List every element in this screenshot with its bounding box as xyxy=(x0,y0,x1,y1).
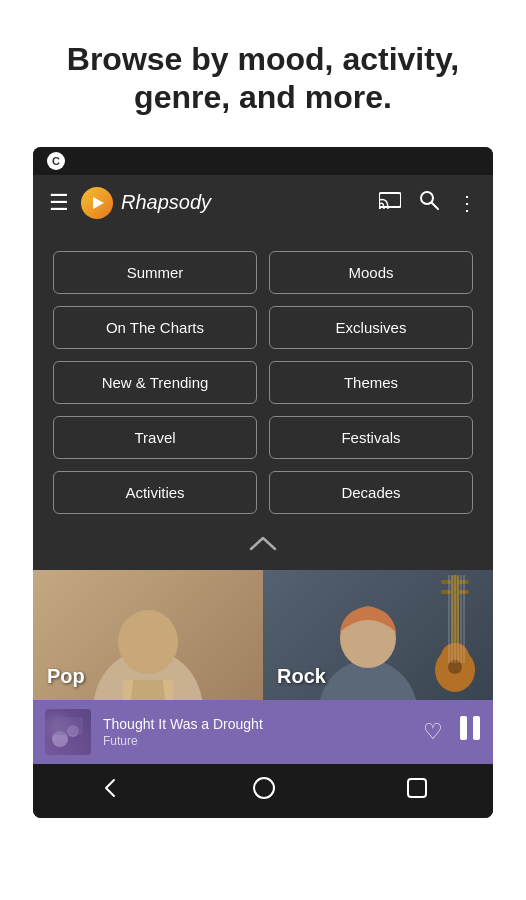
app-name: Rhapsody xyxy=(121,191,211,214)
menu-icon[interactable]: ☰ xyxy=(49,190,69,216)
browse-row-3: New & Trending Themes xyxy=(53,361,473,404)
browse-row-4: Travel Festivals xyxy=(53,416,473,459)
cast-icon[interactable] xyxy=(379,191,401,214)
track-artist: Future xyxy=(103,734,411,748)
browse-btn-moods[interactable]: Moods xyxy=(269,251,473,294)
browse-btn-on-the-charts[interactable]: On The Charts xyxy=(53,306,257,349)
now-playing-bar: Thought It Was a Drought Future ♡ xyxy=(33,700,493,764)
nav-recents-icon[interactable] xyxy=(398,769,436,813)
svg-point-5 xyxy=(118,610,178,674)
browse-row-5: Activities Decades xyxy=(53,471,473,514)
svg-rect-26 xyxy=(53,717,83,735)
browse-btn-travel[interactable]: Travel xyxy=(53,416,257,459)
genre-section: Pop xyxy=(33,570,493,700)
app-toolbar: ☰ Rhapsody ⋮ xyxy=(33,175,493,231)
page-header: Browse by mood, activity,genre, and more… xyxy=(0,0,526,147)
browse-row-1: Summer Moods xyxy=(53,251,473,294)
phone-frame: C ☰ Rhapsody xyxy=(33,147,493,818)
genre-card-rock[interactable]: Rock xyxy=(263,570,493,700)
app-logo: Rhapsody xyxy=(81,187,367,219)
browse-btn-activities[interactable]: Activities xyxy=(53,471,257,514)
track-info: Thought It Was a Drought Future xyxy=(103,716,411,748)
browse-btn-summer[interactable]: Summer xyxy=(53,251,257,294)
pause-icon[interactable] xyxy=(459,715,481,748)
browse-btn-themes[interactable]: Themes xyxy=(269,361,473,404)
nav-home-icon[interactable] xyxy=(244,768,284,814)
browse-btn-decades[interactable]: Decades xyxy=(269,471,473,514)
nav-back-icon[interactable] xyxy=(90,768,130,814)
genre-card-pop[interactable]: Pop xyxy=(33,570,263,700)
browse-btn-new-trending[interactable]: New & Trending xyxy=(53,361,257,404)
genre-label-pop: Pop xyxy=(47,665,85,688)
svg-point-2 xyxy=(421,192,433,204)
logo-circle-icon xyxy=(81,187,113,219)
browse-grid: Summer Moods On The Charts Exclusives Ne… xyxy=(33,231,493,524)
chevron-up-icon[interactable] xyxy=(248,532,278,558)
svg-rect-28 xyxy=(473,716,480,740)
more-icon[interactable]: ⋮ xyxy=(457,191,477,215)
svg-point-29 xyxy=(254,778,274,798)
album-art xyxy=(45,709,91,755)
status-bar-app-icon: C xyxy=(47,152,65,170)
chevron-row xyxy=(33,524,493,570)
browse-row-2: On The Charts Exclusives xyxy=(53,306,473,349)
genre-label-rock: Rock xyxy=(277,665,326,688)
track-title: Thought It Was a Drought xyxy=(103,716,411,732)
header-title: Browse by mood, activity,genre, and more… xyxy=(30,40,496,117)
now-playing-controls: ♡ xyxy=(423,715,481,748)
svg-line-3 xyxy=(432,203,438,209)
search-icon[interactable] xyxy=(419,190,439,215)
svg-rect-30 xyxy=(408,779,426,797)
svg-rect-27 xyxy=(460,716,467,740)
heart-icon[interactable]: ♡ xyxy=(423,719,443,745)
browse-btn-exclusives[interactable]: Exclusives xyxy=(269,306,473,349)
nav-bar xyxy=(33,764,493,818)
status-bar: C xyxy=(33,147,493,175)
browse-btn-festivals[interactable]: Festivals xyxy=(269,416,473,459)
toolbar-icons: ⋮ xyxy=(379,190,477,215)
